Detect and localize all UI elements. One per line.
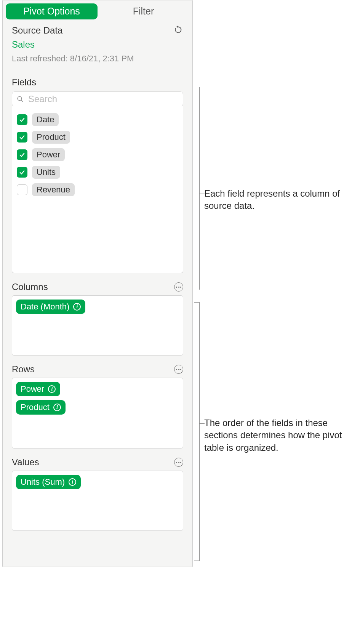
rows-more-button[interactable]	[174, 365, 183, 374]
checkbox-product[interactable]	[17, 132, 27, 143]
checkbox-power[interactable]	[17, 149, 27, 160]
info-icon[interactable]: i	[73, 303, 81, 311]
field-item-power: Power	[16, 146, 179, 163]
refresh-icon	[173, 25, 183, 35]
field-item-units: Units	[16, 163, 179, 181]
check-icon	[19, 151, 26, 158]
check-icon	[19, 169, 26, 176]
field-item-product: Product	[16, 128, 179, 146]
search-input[interactable]	[27, 93, 178, 105]
field-pill[interactable]: Date	[32, 113, 59, 126]
values-more-button[interactable]	[174, 458, 183, 467]
callout-fields-text: Each field represents a column of source…	[204, 187, 348, 212]
refresh-button[interactable]	[173, 25, 183, 36]
pill-label: Date (Month)	[21, 302, 69, 312]
field-pill[interactable]: Units	[32, 166, 60, 179]
pill-label: Power	[21, 384, 44, 394]
divider	[12, 70, 183, 70]
search-field[interactable]	[12, 91, 183, 107]
row-pill-power[interactable]: Power i	[16, 382, 60, 396]
info-icon[interactable]: i	[48, 385, 56, 393]
row-pill-product[interactable]: Product i	[16, 400, 66, 415]
pill-label: Units (Sum)	[21, 477, 65, 487]
field-pill[interactable]: Product	[32, 131, 70, 144]
fields-label: Fields	[12, 77, 183, 88]
checkbox-units[interactable]	[17, 167, 27, 178]
tab-filter[interactable]: Filter	[98, 3, 189, 19]
tab-bar: Pivot Options Filter	[3, 0, 192, 19]
info-icon[interactable]: i	[69, 478, 76, 486]
callout-sections-text: The order of the fields in these section…	[204, 417, 349, 454]
fields-list: Date Product Power Units	[12, 106, 183, 273]
more-icon	[176, 287, 181, 288]
search-icon	[17, 96, 24, 103]
check-icon	[19, 116, 26, 123]
value-pill-units-sum[interactable]: Units (Sum) i	[16, 475, 81, 489]
columns-more-button[interactable]	[174, 282, 183, 292]
values-label: Values	[12, 457, 39, 468]
more-icon	[176, 369, 181, 370]
checkbox-date[interactable]	[17, 114, 27, 125]
column-pill-date-month[interactable]: Date (Month) i	[16, 300, 85, 314]
pill-label: Product	[21, 402, 50, 412]
rows-label: Rows	[12, 364, 35, 375]
check-icon	[19, 134, 26, 141]
more-icon	[176, 462, 181, 463]
info-icon[interactable]: i	[53, 404, 61, 411]
columns-dropzone[interactable]: Date (Month) i	[12, 295, 183, 356]
rows-dropzone[interactable]: Power i Product i	[12, 378, 183, 449]
columns-label: Columns	[12, 282, 48, 292]
checkbox-revenue[interactable]	[17, 184, 27, 195]
tab-pivot-options[interactable]: Pivot Options	[6, 3, 98, 19]
svg-line-1	[21, 100, 23, 102]
pivot-options-panel: Pivot Options Filter Source Data Sales L…	[2, 0, 193, 567]
field-pill[interactable]: Revenue	[32, 183, 75, 196]
field-item-date: Date	[16, 111, 179, 128]
source-data-name[interactable]: Sales	[12, 39, 183, 50]
field-pill[interactable]: Power	[32, 148, 65, 161]
values-dropzone[interactable]: Units (Sum) i	[12, 471, 183, 531]
last-refreshed-text: Last refreshed: 8/16/21, 2:31 PM	[12, 54, 183, 64]
source-data-label: Source Data	[12, 25, 62, 36]
field-item-revenue: Revenue	[16, 181, 179, 199]
